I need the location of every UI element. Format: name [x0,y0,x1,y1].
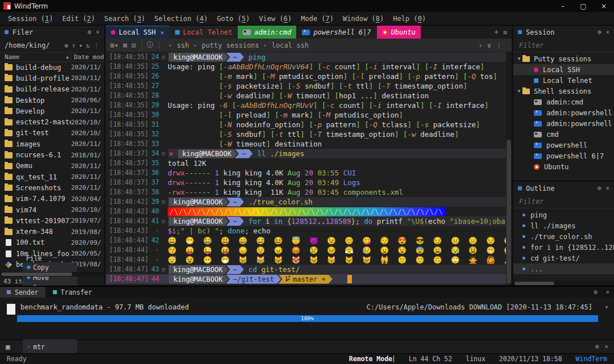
file-row-build-profile[interactable]: build-profile2020/11/ [0,73,104,83]
menu-item-help[interactable]: Help (0) [389,14,429,24]
session-item-ubuntu[interactable]: Ubuntu [513,161,614,172]
fold-marker[interactable]: ⊟ [159,216,168,226]
session-item-cmd[interactable]: cmd [513,129,614,140]
session-group-shell-sessions[interactable]: ▼Shell sessions [513,86,614,97]
close-icon[interactable]: × [604,343,608,350]
info-icon[interactable]: ⓘ [147,40,154,50]
close-button[interactable]: × [594,0,614,12]
toolbar-book-icon[interactable]: ▣ [6,342,10,351]
gear-icon[interactable]: ⚙ [594,288,598,296]
gear-icon[interactable]: ⚙ [598,185,601,192]
file-row-build-debug[interactable]: build-debug2020/11/ [0,62,104,73]
session-item-powershell[interactable]: powershell [513,140,614,150]
collapse-arrow-icon[interactable]: ▼ [516,56,522,61]
status-mode[interactable]: Remote Mode [349,355,392,363]
file-row-images[interactable]: images2020/11/ [0,139,104,149]
session-item-admin-powershell[interactable]: admin:powershell [513,107,614,118]
gear-icon[interactable]: ⚙ [598,28,601,36]
file-row-vim74[interactable]: vim742020/10/ [0,204,104,215]
outline-filter-input[interactable] [519,198,608,206]
outline-item-[interactable]: ... [513,263,614,274]
up-directory-icon[interactable]: ↑ [72,42,76,49]
close-session-icon[interactable]: ⊠ [123,41,127,49]
session-item-local-ssh[interactable]: Local SSH [513,64,614,75]
expand-right-icon[interactable]: › [479,41,483,49]
tab-local-telnet[interactable]: Local Telnet [170,26,238,39]
session-item-powershell-6-7[interactable]: powershell 6|7 [513,150,614,161]
outline-horizontal-scrollbar[interactable] [513,281,614,286]
close-icon[interactable]: × [605,28,609,36]
close-icon[interactable]: × [96,28,99,36]
file-row-qx-test-11[interactable]: qx_test_112020/11/ [0,171,104,182]
tab-admin-cmd[interactable]: admin:cmd [238,26,296,39]
transfer-tab-transfer[interactable]: Transfer [46,287,99,298]
session-filter-input[interactable] [519,41,608,49]
breadcrumb-item-putty-sessions[interactable]: putty sessions [202,41,259,49]
transfer-tab-sender[interactable]: Sender [0,287,45,298]
close-icon[interactable]: × [605,185,609,192]
more-icon[interactable]: ⋮ [496,41,503,49]
more-icon[interactable]: ⋮ [93,42,99,49]
file-row-qemu[interactable]: Qemu2020/11/ [0,161,104,171]
file-row-xterm-348[interactable]: xterm-3482019/08/ [0,226,104,237]
path-input[interactable] [5,41,61,49]
filer-horizontal-scrollbar[interactable] [0,272,104,277]
gear-icon[interactable]: ⚙ [88,28,92,36]
tab-ubuntu[interactable]: Ubuntu [377,26,421,39]
toolbar-button-mtr[interactable]: +mtr [23,342,77,352]
gear-icon[interactable]: ⚙ [595,343,599,350]
breadcrumb-item-local-ssh[interactable]: local ssh [272,41,309,49]
fold-marker[interactable]: ⊟ [159,265,168,274]
maximize-button[interactable]: ▢ [573,0,594,12]
file-row-develop[interactable]: Develop2020/11/ [0,106,104,116]
file-row-esctest2-master[interactable]: esctest2-master2020/10/ [0,116,104,127]
file-row-ncurses-6-1[interactable]: ncurses-6.12018/01/ [0,149,104,160]
menu-item-window[interactable]: Window (8) [339,14,387,24]
outline-item-ping[interactable]: ping [513,210,614,220]
fold-marker[interactable]: ⊟ [159,52,168,62]
session-item-admin-powershell-6-7[interactable]: admin:powershell 6|7 [513,118,614,129]
scrollbar-thumb[interactable] [507,140,511,284]
fold-marker[interactable]: ⊟ [159,149,168,158]
tab-powershell-6-7[interactable]: powershell 6|7 [297,26,376,39]
outline-item-for-i-in-128512-128589[interactable]: for i in {128512..128589} [513,242,614,253]
session-item-admin-cmd[interactable]: admin:cmd [513,97,614,107]
file-row-desktop[interactable]: Desktop2020/06/ [0,95,104,106]
collapse-arrow-icon[interactable]: ▼ [516,89,522,94]
tab-local-ssh[interactable]: Local SSH× [106,26,169,39]
breadcrumb-item-ssh[interactable]: ssh [177,41,189,49]
menu-item-mode[interactable]: Mode (7) [297,14,337,24]
status-position[interactable]: Ln 44 Ch 52 [409,355,452,363]
file-row-git-test[interactable]: git-test2020/10/ [0,128,104,139]
column-date[interactable]: Date mod [71,53,104,61]
add-tab-icon[interactable]: + [495,28,499,36]
tab-list-icon[interactable]: ≡ [503,28,507,36]
terminal[interactable]: [18:48:35]24⊟king@MACBOOK~ping[18:48:35]… [106,52,512,286]
column-name[interactable]: Name ▲ [0,53,71,61]
toolbar-button-copy[interactable]: ■Copy [23,262,77,273]
menu-item-goto[interactable]: Goto (5) [214,14,254,24]
session-group-putty-sessions[interactable]: ▼Putty sessions [513,53,614,64]
menu-item-selection[interactable]: Selection (4) [151,14,211,24]
chevron-down-icon[interactable]: ▾ [605,304,608,310]
status-os[interactable]: linux [466,355,486,363]
session-item-local-telnet[interactable]: Local Telnet [513,75,614,86]
outline-item-true-color-sh[interactable]: ./true_color.sh [513,231,614,242]
chevron-down-icon[interactable]: ∨ [487,41,491,49]
terminal-scrollbar[interactable] [506,52,512,286]
fold-marker[interactable]: ⊟ [159,197,168,207]
restore-session-icon[interactable]: ⊡ [132,41,136,49]
close-tab-icon[interactable]: × [160,29,164,36]
file-row-100-txt[interactable]: 100.txt2020/09/ [0,237,104,248]
dropdown-icon[interactable]: ▾ [79,42,83,49]
clear-path-icon[interactable]: ⊗ [65,42,69,49]
file-row-screenshots[interactable]: Screenshots2020/11/ [0,182,104,193]
file-row-build-release[interactable]: build-release2020/11/ [0,84,104,95]
file-row-vim-7-4-1079[interactable]: vim-7.4.10792020/04/ [0,194,104,204]
menu-item-view[interactable]: View (6) [255,14,295,24]
menu-item-search[interactable]: Search (3) [101,14,148,24]
outline-item-ll-images[interactable]: ll ./images [513,220,614,231]
menu-item-session[interactable]: Session (1) [5,14,57,24]
new-session-icon[interactable]: ⊞▾ [110,41,118,49]
menu-item-edit[interactable]: Edit (2) [59,14,99,24]
